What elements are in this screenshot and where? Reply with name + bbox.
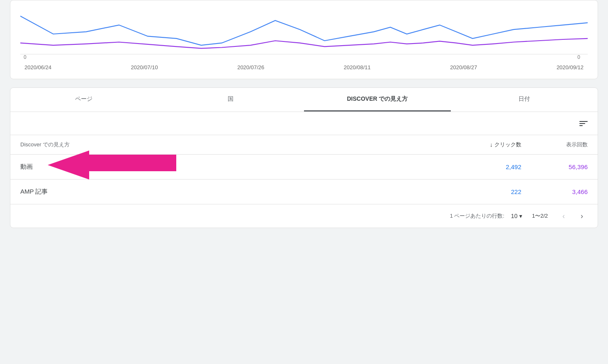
rows-per-page-select[interactable]: 10 ▾ [511, 213, 522, 219]
x-label-2: 2020/07/10 [131, 64, 158, 70]
filter-line-1 [579, 121, 588, 122]
row-impressions-amp: 3,466 [521, 188, 588, 195]
chevron-down-icon: ▾ [519, 213, 522, 219]
filter-line-3 [579, 125, 583, 126]
rows-per-page-value: 10 [511, 213, 518, 219]
header-row: Discover での見え方 ↓ クリック数 表示回数 [10, 135, 598, 155]
pagination-range: 1〜2/2 [532, 212, 548, 220]
row-clicks-amp: 222 [455, 188, 521, 195]
col-header-clicks-label: クリック数 [494, 141, 521, 148]
sort-arrow-icon: ↓ [490, 141, 493, 148]
tab-discover[interactable]: DISCOVER での見え方 [304, 88, 451, 112]
row-clicks-video: 2,492 [455, 163, 521, 170]
svg-text:0: 0 [24, 54, 27, 60]
main-card: ページ 国 DISCOVER での見え方 日付 Discover での見え方 ↓… [10, 87, 598, 228]
x-label-6: 2020/09/12 [557, 64, 584, 70]
pagination-prev-button[interactable]: ‹ [558, 210, 569, 222]
filter-row [10, 112, 598, 135]
x-label-5: 2020/08/27 [450, 64, 477, 70]
x-label-3: 2020/07/26 [237, 64, 264, 70]
row-impressions-video: 56,396 [521, 163, 588, 170]
filter-line-2 [579, 123, 585, 124]
x-axis-labels: 2020/06/24 2020/07/10 2020/07/26 2020/08… [20, 61, 588, 70]
row-label-amp: AMP 記事 [20, 188, 455, 196]
chart-area: 0 0 [20, 7, 588, 61]
row-label-video: 動画 [20, 163, 455, 171]
table-row: AMP 記事 222 3,466 [10, 180, 598, 204]
tab-page[interactable]: ページ [10, 88, 157, 112]
chart-card: 0 0 2020/06/24 2020/07/10 2020/07/26 202… [10, 0, 598, 79]
col-header-discover: Discover での見え方 [20, 141, 455, 148]
tab-date[interactable]: 日付 [451, 88, 598, 112]
filter-icon[interactable] [579, 121, 588, 126]
x-label-4: 2020/08/11 [344, 64, 371, 70]
svg-text:0: 0 [577, 54, 580, 60]
pagination-row: 1 ページあたりの行数: 10 ▾ 1〜2/2 ‹ › [10, 204, 598, 228]
pagination-label: 1 ページあたりの行数: [450, 212, 504, 220]
x-label-1: 2020/06/24 [24, 64, 51, 70]
chart-svg: 0 0 [20, 7, 588, 61]
col-header-clicks[interactable]: ↓ クリック数 [455, 141, 521, 148]
table-row: 動画 2,492 56,396 [10, 155, 598, 180]
pagination-next-button[interactable]: › [576, 210, 588, 222]
tab-country[interactable]: 国 [157, 88, 304, 112]
col-header-impressions[interactable]: 表示回数 [521, 141, 588, 148]
tabs-row: ページ 国 DISCOVER での見え方 日付 [10, 88, 598, 112]
